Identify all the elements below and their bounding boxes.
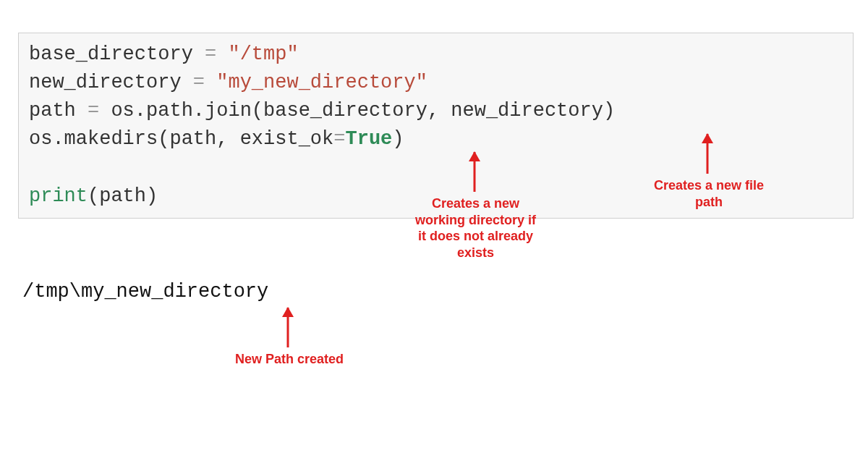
code-token: os.makedirs(path, exist_ok [29,128,333,150]
code-line-4: os.makedirs(path, exist_ok=True) [29,128,404,150]
code-token: os.path.join(base_directory, new_directo… [99,100,615,122]
annotation-newfilepath: Creates a new file path [644,177,774,210]
code-token: (path) [88,185,158,207]
code-token-op: = [193,72,205,93]
code-token-call: print [29,185,88,207]
code-line-2: new_directory = "my_new_directory" [29,72,427,93]
output-text: /tmp\my_new_directory [22,281,268,303]
code-token: ) [392,128,404,150]
code-token: new_directory [29,72,193,93]
arrow-newpath [282,308,294,347]
annotation-makedirs: Creates a new working directory if it do… [409,195,542,261]
annotation-newpath: New Path created [224,351,354,368]
code-line-6: print(path) [29,185,158,207]
code-line-1: base_directory = "/tmp" [29,43,299,65]
code-token-op: = [205,43,216,65]
arrow-newfilepath [702,134,713,174]
code-token-op: = [333,128,345,150]
code-token-op: = [88,100,99,122]
code-token-str: "/tmp" [216,43,298,65]
code-token: path [29,100,88,122]
code-line-3: path = os.path.join(base_directory, new_… [29,100,615,122]
code-token-str: "my_new_directory" [205,72,427,93]
code-token-kw: True [345,128,392,150]
code-token: base_directory [29,43,205,65]
arrow-makedirs [469,152,480,192]
